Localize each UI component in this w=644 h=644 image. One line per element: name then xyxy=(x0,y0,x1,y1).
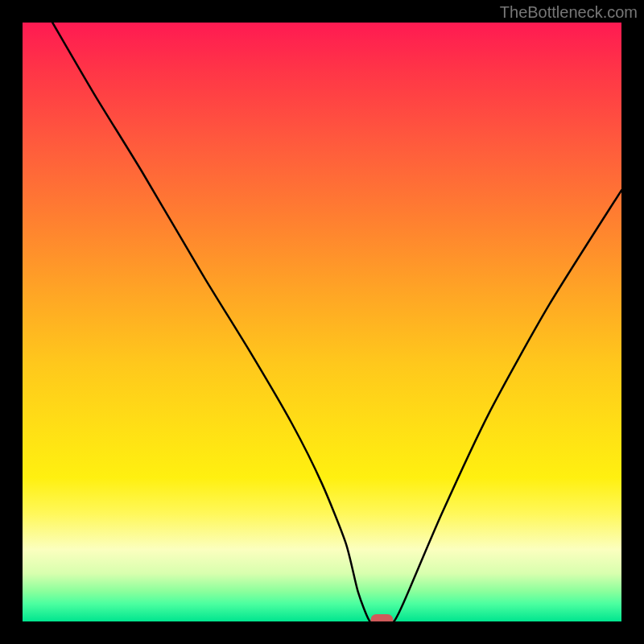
bottleneck-curve-line xyxy=(52,23,621,621)
watermark-text: TheBottleneck.com xyxy=(500,3,638,22)
chart-area xyxy=(23,23,621,621)
optimal-point-marker xyxy=(370,614,393,621)
chart-svg xyxy=(23,23,621,621)
